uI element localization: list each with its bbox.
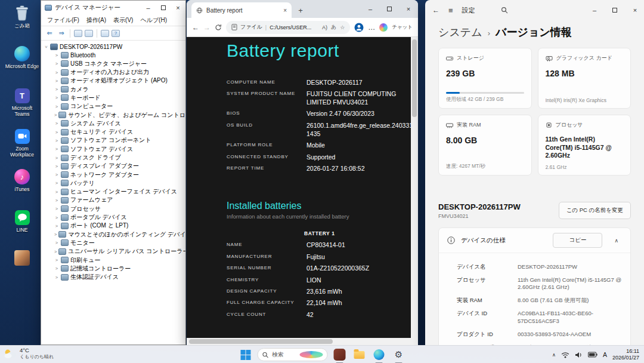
chevron-collapsed-icon[interactable]: > — [54, 112, 57, 118]
taskbar-settings[interactable]: ⚙ — [391, 347, 407, 362]
device-tree-item[interactable]: > バッテリ — [41, 179, 185, 187]
desktop-icon-recycle-bin[interactable]: ごみ箱 — [5, 5, 39, 29]
chevron-collapsed-icon[interactable]: > — [54, 275, 59, 280]
device-tree-item[interactable]: > ネットワーク アダプター — [41, 170, 185, 179]
translate-icon[interactable]: あ — [331, 23, 336, 31]
device-tree-root[interactable]: > DESKTOP-2026117PW — [41, 42, 185, 51]
taskbar-weather-widget[interactable]: 4°C くもりのち晴れ — [4, 347, 54, 359]
chevron-collapsed-icon[interactable]: > — [54, 240, 59, 245]
maximize-button[interactable] — [156, 1, 171, 15]
chevron-collapsed-icon[interactable]: > — [54, 70, 59, 75]
menu-item[interactable]: ファイル(F) — [44, 16, 83, 24]
chevron-collapsed-icon[interactable]: > — [54, 198, 59, 203]
chevron-collapsed-icon[interactable]: > — [54, 95, 59, 100]
device-tree-item[interactable]: > ポータブル デバイス — [41, 213, 185, 222]
device-tree-item[interactable]: > USB コネクタ マネージャー — [41, 60, 185, 68]
more-menu-icon[interactable]: … — [368, 23, 375, 32]
close-button[interactable]: × — [399, 0, 418, 18]
menu-item[interactable]: 表示(V) — [110, 16, 137, 24]
copy-button[interactable]: コピー — [553, 233, 602, 248]
address-bar[interactable]: ファイル | C:/Users/USER... A) あ ☆ — [226, 21, 350, 34]
chevron-collapsed-icon[interactable]: > — [54, 104, 59, 109]
close-button[interactable]: × — [171, 1, 185, 15]
device-tree-item[interactable]: > サウンド、ビデオ、およびゲーム コントローラー — [41, 110, 185, 119]
taskbar-file-explorer[interactable] — [352, 347, 367, 362]
chevron-collapsed-icon[interactable]: > — [54, 61, 59, 66]
new-tab-button[interactable]: + — [294, 4, 307, 17]
rename-pc-button[interactable]: この PC の名前を変更 — [559, 202, 631, 219]
device-tree-item[interactable]: > セキュリティ デバイス — [41, 128, 185, 136]
desktop-icon-itunes[interactable]: ♪ iTunes — [5, 168, 39, 193]
scan-hardware-icon[interactable] — [101, 30, 109, 37]
device-tree-item[interactable]: > システム デバイス — [41, 119, 185, 128]
maximize-button[interactable] — [380, 0, 399, 18]
device-tree-item[interactable]: > ユニバーサル シリアル バス コントローラー — [41, 247, 185, 256]
device-tree-item[interactable]: > オーディオ処理オブジェクト (APO) — [41, 76, 185, 85]
help-icon[interactable]: ? — [112, 30, 120, 37]
chevron-up-icon[interactable]: ∧ — [614, 238, 618, 244]
search-icon[interactable] — [501, 7, 508, 14]
browser-tabstrip[interactable]: Battery report × + – × — [187, 0, 418, 18]
taskbar-clock[interactable]: 16:11 2026/01/27 — [612, 348, 639, 362]
chevron-collapsed-icon[interactable]: > — [54, 232, 57, 237]
device-tree-item[interactable]: > ポート (COM と LPT) — [41, 222, 185, 230]
device-tree-item[interactable]: > マウスとそのほかのポインティング デバイス — [41, 230, 185, 239]
taskbar-app-pinned[interactable] — [332, 347, 348, 362]
minimize-button[interactable]: – — [141, 1, 156, 15]
taskbar-edge[interactable] — [371, 347, 387, 362]
vertical-scrollbar[interactable] — [411, 37, 418, 338]
desktop-icon-line[interactable]: LINE — [5, 209, 39, 233]
forward-icon[interactable]: → — [203, 23, 210, 32]
back-icon[interactable]: ⇐ — [45, 29, 54, 37]
chevron-collapsed-icon[interactable]: > — [54, 189, 59, 195]
back-icon[interactable]: ← — [432, 6, 439, 14]
volume-icon[interactable] — [575, 352, 583, 358]
profile-avatar-icon[interactable] — [354, 23, 364, 32]
hamburger-menu-icon[interactable]: ≡ — [448, 6, 453, 15]
menu-item[interactable]: ヘルプ(H) — [137, 16, 171, 24]
chevron-collapsed-icon[interactable]: > — [54, 78, 59, 84]
chevron-collapsed-icon[interactable]: > — [54, 53, 59, 58]
device-tree-item[interactable]: > コンピューター — [41, 102, 185, 110]
device-tree-item[interactable]: > オーディオの入力および出力 — [41, 68, 185, 76]
device-tree-item[interactable]: > ソフトウェア デバイス — [41, 145, 185, 153]
start-button[interactable] — [238, 347, 253, 362]
chevron-collapsed-icon[interactable]: > — [54, 138, 59, 143]
chevron-collapsed-icon[interactable]: > — [54, 215, 59, 220]
chevron-collapsed-icon[interactable]: > — [54, 257, 59, 263]
browser-tab[interactable]: Battery report × — [191, 2, 292, 18]
copilot-chat-label[interactable]: チャット — [392, 24, 413, 31]
chevron-collapsed-icon[interactable]: > — [54, 146, 59, 152]
device-tree-item[interactable]: > 印刷キュー — [41, 256, 185, 264]
device-tree-item[interactable]: > ディスプレイ アダプター — [41, 162, 185, 170]
chevron-collapsed-icon[interactable]: > — [54, 249, 57, 254]
settings-titlebar[interactable]: ← ≡ 設定 – × — [425, 0, 644, 20]
scrollbar-thumb[interactable] — [189, 339, 333, 344]
scrollbar-thumb[interactable] — [412, 39, 417, 117]
read-aloud-icon[interactable]: A) — [322, 24, 327, 30]
chevron-collapsed-icon[interactable]: > — [54, 164, 59, 169]
chevron-collapsed-icon[interactable]: > — [54, 223, 59, 229]
device-tree-item[interactable]: > ヒューマン インターフェイス デバイス — [41, 187, 185, 196]
ime-mode-indicator[interactable]: A — [603, 351, 607, 358]
device-tree-item[interactable]: > Bluetooth — [41, 51, 185, 59]
device-tree-item[interactable]: > キーボード — [41, 94, 185, 102]
page-info-icon[interactable] — [231, 24, 237, 30]
chevron-collapsed-icon[interactable]: > — [54, 180, 59, 186]
battery-icon[interactable] — [588, 352, 597, 358]
device-tree-item[interactable]: > 記憶域コントローラー — [41, 264, 185, 273]
copilot-icon[interactable] — [379, 23, 388, 32]
back-icon[interactable]: ← — [192, 23, 199, 32]
device-tree-item[interactable]: > プロセッサ — [41, 205, 185, 213]
network-icon[interactable] — [561, 352, 569, 358]
minimize-button[interactable]: – — [361, 0, 380, 18]
chevron-collapsed-icon[interactable]: > — [54, 87, 59, 92]
chevron-collapsed-icon[interactable]: > — [54, 172, 59, 177]
menu-item[interactable]: 操作(A) — [83, 16, 110, 24]
tab-close-icon[interactable]: × — [283, 7, 287, 14]
chevron-collapsed-icon[interactable]: > — [54, 266, 59, 271]
horizontal-scrollbar[interactable] — [187, 338, 418, 345]
taskbar-search[interactable]: 検索 — [258, 348, 328, 361]
minimize-button[interactable]: – — [584, 1, 605, 20]
chevron-collapsed-icon[interactable]: > — [54, 121, 59, 126]
